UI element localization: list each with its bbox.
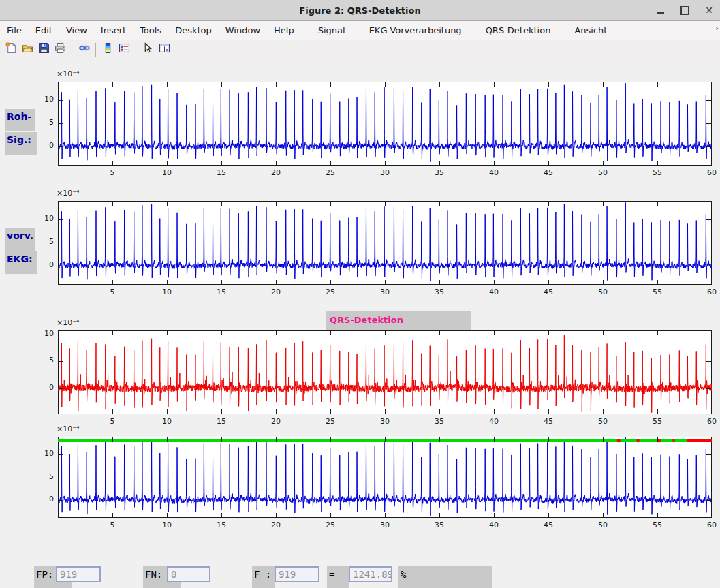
y-axis-exponent-label: ×10⁻⁴ <box>57 424 79 433</box>
legend-button[interactable] <box>116 42 132 58</box>
y-axis-exponent-label: ×10⁻⁴ <box>57 189 79 198</box>
edit-plot-button[interactable] <box>140 42 156 58</box>
y-tick-label: 0 <box>29 383 54 392</box>
x-tick-label: 45 <box>539 168 557 177</box>
x-tick-label: 5 <box>104 521 121 529</box>
equals-label: = <box>327 566 349 588</box>
fn-field[interactable] <box>167 566 210 582</box>
x-tick-label: 30 <box>376 288 394 296</box>
y-tick-label: 5 <box>29 118 54 127</box>
x-tick-label: 15 <box>213 168 230 177</box>
close-button[interactable]: ✕ <box>704 5 715 16</box>
open-button[interactable] <box>19 42 35 58</box>
x-tick-label: 10 <box>158 521 176 529</box>
y-tick-label: 0 <box>29 495 54 504</box>
print-button[interactable] <box>52 42 68 58</box>
x-tick-label: 55 <box>648 288 666 296</box>
close-icon: ✕ <box>705 5 713 16</box>
menu-item-ansicht[interactable]: Ansicht <box>567 25 614 35</box>
x-tick-label: 10 <box>158 288 176 296</box>
x-tick-label: 15 <box>213 417 230 426</box>
x-tick-label: 35 <box>431 288 448 296</box>
x-tick-label: 25 <box>322 168 339 177</box>
x-tick-label: 5 <box>104 417 121 426</box>
menu-item-signal[interactable]: Signal <box>311 25 352 35</box>
x-tick-label: 30 <box>376 521 394 529</box>
menu-item-tools[interactable]: Tools <box>133 25 168 35</box>
property-editor-button[interactable] <box>156 42 172 58</box>
toolbar-separator <box>136 43 136 57</box>
link-icon <box>78 42 90 57</box>
y-tick-label: 5 <box>29 356 54 365</box>
y-tick-label: 0 <box>29 260 54 269</box>
window-title: Figure 2: QRS-Detektion <box>299 5 420 16</box>
x-tick-label: 15 <box>213 288 230 296</box>
menu-item-desktop[interactable]: Desktop <box>168 25 219 35</box>
x-tick-label: 40 <box>485 521 503 529</box>
plot-raw-signal[interactable]: 510152025303540455055600510×10⁻⁴ <box>58 82 712 166</box>
colorbar-button[interactable] <box>99 42 116 58</box>
plot-raw-signal-canvas <box>58 82 712 166</box>
x-tick-label: 5 <box>104 168 121 177</box>
x-tick-label: 55 <box>648 417 666 426</box>
x-tick-label: 25 <box>322 521 339 529</box>
x-tick-label: 35 <box>431 168 448 177</box>
x-tick-label: 20 <box>267 521 285 529</box>
f-field[interactable] <box>275 566 319 582</box>
x-tick-label: 40 <box>485 417 503 426</box>
menu-overflow-icon[interactable]: › <box>716 24 719 33</box>
x-tick-label: 25 <box>322 417 339 426</box>
toolbar <box>0 40 720 59</box>
x-tick-label: 20 <box>267 288 285 296</box>
save-button[interactable] <box>35 42 52 58</box>
menu-item-ekg-vorverarbeitung[interactable]: EKG-Vorverarbeitung <box>362 25 469 35</box>
y-tick-label: 10 <box>29 329 54 338</box>
maximize-button[interactable] <box>679 5 690 16</box>
x-tick-label: 45 <box>539 417 557 426</box>
x-tick-label: 10 <box>158 417 176 426</box>
menu-item-qrs-detektion[interactable]: QRS-Detektion <box>479 25 558 35</box>
y-tick-label: 10 <box>29 449 54 458</box>
window-titlebar: Figure 2: QRS-Detektion ✕ <box>0 0 720 21</box>
f-label: F : <box>252 566 275 588</box>
qrs-detection-title: QRS-Detektion <box>326 311 471 331</box>
plot-detection-overlay[interactable]: 510152025303540455055600510×10⁻⁴ <box>58 437 712 518</box>
y-tick-label: 5 <box>29 237 54 246</box>
y-tick-label: 0 <box>29 141 54 150</box>
menu-item-insert[interactable]: Insert <box>94 25 133 35</box>
percent-field[interactable] <box>349 566 392 582</box>
plot-qrs-detection-canvas <box>58 330 712 414</box>
minimize-button[interactable] <box>655 5 666 16</box>
figure-window: Figure 2: QRS-Detektion ✕ FileEditViewIn… <box>0 0 720 588</box>
x-tick-label: 35 <box>431 417 448 426</box>
plot-preprocessed-ekg[interactable]: 510152025303540455055600510×10⁻⁴ <box>58 201 712 285</box>
minimize-icon <box>657 12 664 14</box>
x-tick-label: 60 <box>703 168 720 177</box>
x-tick-label: 10 <box>158 168 176 177</box>
x-tick-label: 60 <box>703 288 720 296</box>
x-tick-label: 20 <box>267 417 285 426</box>
menu-item-window[interactable]: Window <box>219 25 267 35</box>
new-file-button[interactable] <box>3 42 19 58</box>
x-tick-label: 40 <box>485 288 503 296</box>
menu-item-help[interactable]: Help <box>267 25 301 35</box>
menu-item-view[interactable]: View <box>59 25 94 35</box>
legend-icon <box>119 42 130 57</box>
plot-detection-overlay-canvas <box>58 437 712 518</box>
menu-bar: FileEditViewInsertToolsDesktopWindowHelp… <box>0 21 720 40</box>
plot-qrs-detection[interactable]: 510152025303540455055600510×10⁻⁴ <box>58 330 712 414</box>
menu-item-edit[interactable]: Edit <box>29 25 59 35</box>
menu-item-file[interactable]: File <box>0 25 29 35</box>
x-tick-label: 15 <box>213 521 230 529</box>
toolbar-separator <box>95 43 96 57</box>
x-tick-label: 30 <box>376 417 394 426</box>
x-tick-label: 30 <box>376 168 394 177</box>
maximize-icon <box>680 6 689 15</box>
open-icon <box>22 42 33 57</box>
x-tick-label: 60 <box>703 417 720 426</box>
x-tick-label: 5 <box>104 288 121 296</box>
x-tick-label: 50 <box>594 288 612 296</box>
save-icon <box>38 42 50 57</box>
link-button[interactable] <box>76 42 92 58</box>
fp-field[interactable] <box>56 566 101 582</box>
